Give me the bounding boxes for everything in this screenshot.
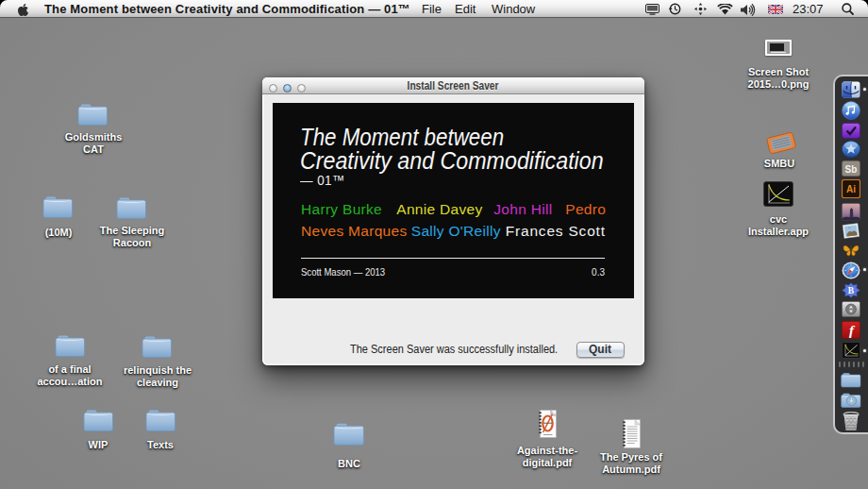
svg-text:Sb: Sb: [845, 163, 858, 174]
svg-text:Ai: Ai: [846, 184, 856, 194]
svg-text:B: B: [848, 286, 855, 295]
